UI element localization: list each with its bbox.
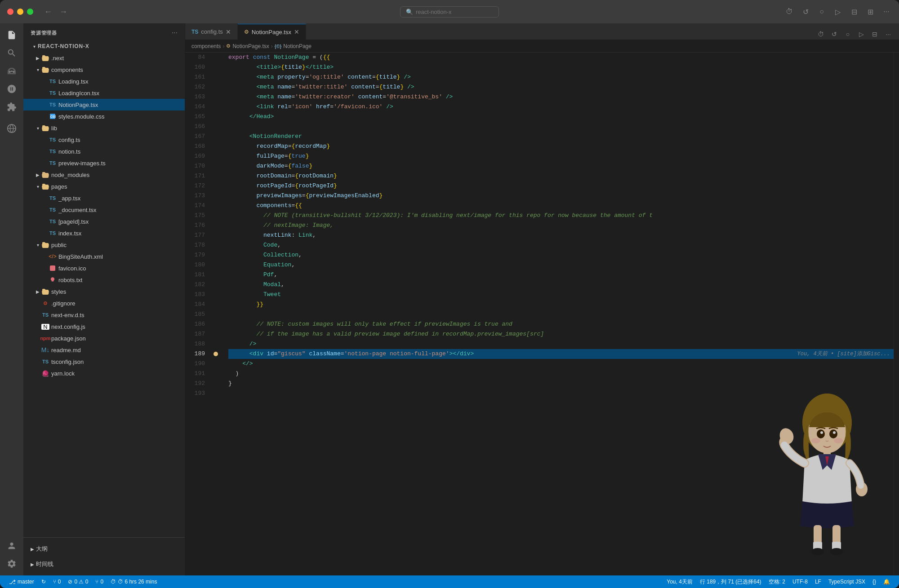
tree-label: readme.md bbox=[51, 347, 181, 354]
breadcrumb-part-file[interactable]: ⚙ NotionPage.tsx bbox=[226, 43, 269, 49]
status-format[interactable]: {} bbox=[869, 579, 880, 585]
circle-icon[interactable]: ○ bbox=[816, 6, 827, 17]
minimize-button[interactable] bbox=[17, 9, 23, 15]
tree-item-yarn-lock[interactable]: 🧶 yarn.lock bbox=[23, 367, 185, 379]
tree-item-next-config[interactable]: N next.config.js bbox=[23, 321, 185, 332]
code-editor: 84 160 161 162 163 164 165 166 167 168 1… bbox=[185, 53, 899, 575]
layout-icon[interactable]: ⊞ bbox=[865, 6, 876, 17]
outline-panel[interactable]: ▶ 大纲 bbox=[23, 541, 185, 557]
tree-item-index-tsx[interactable]: TS index.tsx bbox=[23, 227, 185, 239]
tree-item-loading-tsx[interactable]: TS Loading.tsx bbox=[23, 75, 185, 87]
refresh-icon[interactable]: ↺ bbox=[800, 6, 811, 17]
account-activity-icon[interactable] bbox=[4, 538, 20, 554]
folder-open-icon bbox=[41, 183, 49, 190]
refresh-editor-icon[interactable]: ↺ bbox=[829, 29, 840, 40]
line-number: 187 bbox=[185, 329, 210, 339]
status-time[interactable]: ⏱ ⏱ 6 hrs 26 mins bbox=[107, 575, 160, 588]
status-bell[interactable]: 🔔 bbox=[880, 579, 894, 585]
tree-item-gitignore[interactable]: ⚙ .gitignore bbox=[23, 297, 185, 309]
search-input[interactable] bbox=[416, 9, 488, 15]
search-icon: 🔍 bbox=[406, 9, 413, 15]
gutter-line-189 bbox=[210, 349, 221, 359]
tree-item-package-json[interactable]: npm package.json bbox=[23, 332, 185, 344]
history-editor-icon[interactable]: ⏱ bbox=[815, 29, 826, 40]
status-tasks[interactable]: ⑂ 0 bbox=[92, 575, 107, 588]
tree-item-app-tsx[interactable]: TS _app.tsx bbox=[23, 192, 185, 204]
time-value: ⏱ 6 hrs 26 mins bbox=[118, 579, 157, 585]
tree-label: [pageId].tsx bbox=[58, 218, 181, 225]
code-content[interactable]: export const NotionPage = ({{ <title>{ti… bbox=[221, 53, 894, 575]
explorer-activity-icon[interactable] bbox=[4, 27, 20, 43]
tree-item-config-ts[interactable]: TS config.ts bbox=[23, 134, 185, 146]
status-cursor-info[interactable]: You, 4天前 bbox=[663, 578, 696, 586]
code-line-185 bbox=[228, 309, 894, 319]
run-editor-icon[interactable]: ▷ bbox=[856, 29, 867, 40]
folder-open-icon bbox=[41, 124, 49, 132]
tree-item-notion-ts[interactable]: TS notion.ts bbox=[23, 146, 185, 157]
tree-item-next-env[interactable]: TS next-env.d.ts bbox=[23, 309, 185, 321]
gutter-empty bbox=[210, 171, 221, 181]
tree-item-readme[interactable]: M↓ readme.md bbox=[23, 344, 185, 356]
timeline-panel[interactable]: ▶ 时间线 bbox=[23, 557, 185, 572]
remote-activity-icon[interactable] bbox=[4, 120, 20, 137]
tree-item-favicon[interactable]: favicon.ico bbox=[23, 262, 185, 274]
status-spaces[interactable]: 空格: 2 bbox=[765, 578, 789, 586]
line-numbers: 84 160 161 162 163 164 165 166 167 168 1… bbox=[185, 53, 210, 575]
tree-item-styles[interactable]: ▶ styles bbox=[23, 286, 185, 297]
tree-item-styles-css[interactable]: CSS styles.module.css bbox=[23, 111, 185, 122]
more-editor-icon[interactable]: ··· bbox=[883, 29, 894, 40]
status-line-col[interactable]: 行 189，列 71 (已选择64) bbox=[696, 578, 765, 586]
breadcrumb-part-components[interactable]: components bbox=[191, 43, 221, 49]
close-button[interactable] bbox=[7, 9, 13, 15]
status-remote[interactable]: ⑂ 0 bbox=[49, 575, 65, 588]
status-errors[interactable]: ⊘ 0 ⚠ 0 bbox=[64, 575, 92, 588]
tree-item-pageid-tsx[interactable]: TS [pageId].tsx bbox=[23, 216, 185, 227]
tree-item-pages[interactable]: ▾ pages bbox=[23, 181, 185, 192]
forward-button[interactable]: → bbox=[59, 7, 67, 17]
tree-item-preview-images-ts[interactable]: TS preview-images.ts bbox=[23, 157, 185, 169]
tree-item-node-modules[interactable]: ▶ node_modules bbox=[23, 169, 185, 181]
vscode-window: ← → 🔍 ⏱ ↺ ○ ▷ ⊟ ⊞ ··· bbox=[0, 0, 899, 588]
tree-item-robots[interactable]: robots.txt bbox=[23, 274, 185, 286]
tree-item-loadingicon-tsx[interactable]: TS LoadingIcon.tsx bbox=[23, 87, 185, 99]
tree-root-item[interactable]: ▾ REACT-NOTION-X bbox=[23, 40, 185, 52]
bell-icon: 🔔 bbox=[883, 579, 890, 585]
tree-item-components[interactable]: ▾ components bbox=[23, 64, 185, 75]
status-line-ending[interactable]: LF bbox=[811, 579, 825, 585]
history-icon[interactable]: ⏱ bbox=[784, 6, 795, 17]
tree-label: BingSiteAuth.xml bbox=[58, 253, 181, 260]
search-activity-icon[interactable] bbox=[4, 45, 20, 61]
tree-item-tsconfig[interactable]: TS tsconfig.json bbox=[23, 356, 185, 367]
status-sync[interactable]: ↻ bbox=[38, 575, 49, 588]
tab-close-button[interactable]: ✕ bbox=[226, 28, 231, 35]
extensions-activity-icon[interactable] bbox=[4, 99, 20, 115]
status-encoding[interactable]: UTF-8 bbox=[789, 579, 811, 585]
debug-run-icon[interactable]: ▷ bbox=[832, 6, 843, 17]
status-language[interactable]: TypeScript JSX bbox=[825, 579, 869, 585]
maximize-button[interactable] bbox=[27, 9, 33, 15]
tab-config-ts[interactable]: TS config.ts ✕ bbox=[185, 24, 238, 40]
split-editor-icon[interactable]: ⊟ bbox=[869, 29, 880, 40]
tab-label: config.ts bbox=[201, 28, 223, 35]
more-icon[interactable]: ··· bbox=[881, 6, 892, 17]
sidebar-more-button[interactable]: ··· bbox=[172, 29, 178, 37]
title-search[interactable]: 🔍 bbox=[400, 6, 499, 18]
tree-item-document-tsx[interactable]: TS _document.tsx bbox=[23, 204, 185, 216]
tab-close-button[interactable]: ✕ bbox=[294, 28, 299, 35]
tree-item-public[interactable]: ▾ public bbox=[23, 239, 185, 251]
source-control-activity-icon[interactable] bbox=[4, 63, 20, 79]
tree-item-bingsiteauth[interactable]: </> BingSiteAuth.xml bbox=[23, 251, 185, 262]
tree-item-lib[interactable]: ▾ lib bbox=[23, 122, 185, 134]
breadcrumb-part-symbol[interactable]: {©} NotionPage bbox=[275, 43, 312, 49]
circle-editor-icon[interactable]: ○ bbox=[842, 29, 853, 40]
status-branch[interactable]: ⎇ master bbox=[5, 575, 38, 588]
debug-activity-icon[interactable] bbox=[4, 81, 20, 97]
tree-item-notionpage-tsx[interactable]: TS NotionPage.tsx bbox=[23, 99, 185, 111]
split-editor-icon[interactable]: ⊟ bbox=[849, 6, 859, 17]
tab-notionpage-tsx[interactable]: ⚙ NotionPage.tsx ✕ bbox=[238, 24, 306, 40]
settings-activity-icon[interactable] bbox=[4, 556, 20, 572]
tree-item-next[interactable]: ▶ .next bbox=[23, 52, 185, 64]
back-button[interactable]: ← bbox=[44, 7, 52, 17]
tsx-file-icon: TS bbox=[49, 219, 57, 224]
code-line-84: export const NotionPage = ({{ bbox=[228, 53, 894, 62]
